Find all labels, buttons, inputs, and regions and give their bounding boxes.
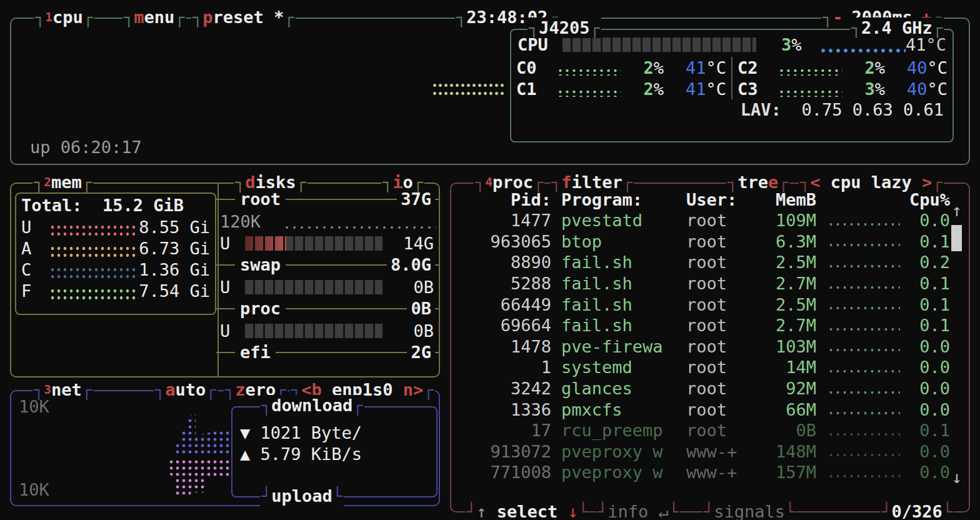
process-row[interactable]: 771008 pveproxy w www-+ 157M 0.0 <box>451 462 969 483</box>
process-row[interactable]: 913072 pveproxy w www-+ 148M 0.0 <box>451 441 969 462</box>
process-pid: 5288 <box>459 273 551 294</box>
io-toggle[interactable]: ┐io┌ <box>381 172 424 192</box>
menu-button[interactable]: ┐menu┌ <box>122 7 186 28</box>
border-hook: └ <box>785 501 795 520</box>
process-cpu: 0.2 <box>904 252 950 272</box>
process-cpu-graph <box>816 318 904 333</box>
disk-used-fill <box>245 236 286 251</box>
border-hook: ┐ <box>800 172 810 192</box>
process-pid: 17 <box>459 420 551 441</box>
tab-proc[interactable]: ┐4proc┌ <box>474 172 544 192</box>
mem-row-key: U <box>21 217 49 238</box>
core-usage-graph <box>778 88 842 97</box>
select-up-icon[interactable]: ↑ <box>476 501 486 520</box>
proc-title: proc <box>492 172 533 192</box>
process-name: pveproxy w <box>551 441 686 462</box>
process-row[interactable]: 8890 fail.sh root 2.5M 0.2 <box>451 252 969 273</box>
cpu-cores-left-column: C0 2% 41°C C1 2% 41°C <box>511 57 731 99</box>
mem-total-label: Total: <box>21 196 82 215</box>
core-usage-graph <box>556 67 621 76</box>
process-row[interactable]: 963065 btop root 6.3M 0.1 <box>451 231 969 252</box>
sort-next-button[interactable]: > <box>922 172 932 192</box>
menu-hotkey: m <box>134 7 144 28</box>
mem-row-value: 8.55 Gi <box>139 217 210 238</box>
filter-label: ilter <box>572 172 622 192</box>
process-row[interactable]: 66449 fail.sh root 2.5M 0.1 <box>451 294 969 315</box>
process-pid: 771008 <box>459 462 551 482</box>
process-pid: 1336 <box>459 399 551 420</box>
process-row[interactable]: 69664 fail.sh root 2.7M 0.1 <box>451 315 969 336</box>
process-row[interactable]: 3242 glances root 92M 0.0 <box>451 378 969 399</box>
core-temp: 40°C <box>885 79 948 99</box>
process-row[interactable]: 1477 pvestatd root 109M 0.0 <box>451 210 969 231</box>
process-row[interactable]: 1478 pve-firewa root 103M 0.0 <box>451 336 969 358</box>
interval-decrease-button[interactable]: - <box>832 7 851 28</box>
net-stats-subpanel: ┐download┌ ▼ 1021 Byte/ ▲ 5.79 KiB/s ┘up… <box>231 406 438 498</box>
process-user: root <box>686 210 756 231</box>
net-auto-button[interactable]: ┐auto┌ <box>154 379 218 400</box>
disk-used-row: U 0B <box>220 276 436 298</box>
process-cpu: 0.0 <box>904 336 950 357</box>
process-row[interactable]: 17 rcu_preemp root 0B 0.1 <box>451 420 969 441</box>
tab-net[interactable]: ┐3net┌ <box>32 379 93 400</box>
border-hook: ┌ <box>932 172 942 192</box>
process-mem: 109M <box>756 210 816 231</box>
process-row[interactable]: 1336 pmxcfs root 66M 0.0 <box>451 399 969 420</box>
mem-row-graph <box>49 244 139 258</box>
preset-button[interactable]: ┐preset *┌ <box>191 7 296 28</box>
border-hook: ┘ <box>598 501 608 520</box>
disk-used-label: U <box>220 277 245 298</box>
border-hook: ┐ <box>34 379 44 400</box>
border-hook: ┌ <box>82 379 92 400</box>
upload-label: upload <box>271 486 332 506</box>
border-hook: ┌ <box>590 18 600 38</box>
disk-used-meter <box>245 236 382 251</box>
disk-used-label: U <box>220 233 245 254</box>
tree-button[interactable]: ┐tree┌ <box>726 172 790 192</box>
sort-prev-button[interactable]: < <box>810 172 820 192</box>
mem-hotkey: 2 <box>44 172 51 192</box>
border-hook: ┌ <box>778 172 788 192</box>
process-row[interactable]: 5288 fail.sh root 2.7M 0.1 <box>451 273 969 294</box>
tree-label: tre <box>738 172 768 192</box>
tab-cpu[interactable]: ┐1cpu┌ <box>34 7 94 28</box>
disk-io-graph <box>282 224 436 229</box>
border-hook: └ <box>669 501 679 520</box>
border-hook: ┐ <box>34 172 44 192</box>
process-cpu-graph <box>816 423 904 438</box>
memory-panel: ┐2mem┌ ┐disks┌ ┐io┌ Total: 15.2 GiB U 8.… <box>10 182 440 378</box>
process-user: root <box>686 294 756 315</box>
border-hook: ┌ <box>206 379 216 400</box>
process-cpu-graph <box>816 255 904 270</box>
tab-mem[interactable]: ┐2mem┌ <box>32 172 93 192</box>
border-hook: ┐ <box>261 395 271 416</box>
disks-toggle[interactable]: ┐disks┌ <box>234 172 308 192</box>
scroll-up-icon[interactable]: ↑ <box>949 200 965 221</box>
iface-next-button[interactable]: n> <box>403 379 424 400</box>
cpu-panel: ┐1cpu┌ ┐menu┌ ┐preset *┌ ┐23:48:02┌ ┐ - … <box>10 18 970 165</box>
scrollbar-thumb[interactable] <box>951 225 962 251</box>
process-name: glances <box>551 378 686 399</box>
select-down-icon[interactable]: ↓ <box>568 501 578 520</box>
mem-stats-subpanel: Total: 15.2 GiB U 8.55 Gi A 6.73 Gi C 1.… <box>15 192 216 315</box>
filter-hotkey: f <box>561 172 571 192</box>
filter-button[interactable]: ┐filter┌ <box>550 172 634 192</box>
mem-row-value: 7.54 Gi <box>139 281 210 301</box>
mem-total-value: 15.2 GiB <box>92 196 184 215</box>
info-button[interactable]: ┘info ↵└ <box>596 501 680 520</box>
process-pid: 3242 <box>459 378 551 399</box>
process-mem: 66M <box>756 399 816 420</box>
selection-count: ┘0/326└ <box>880 501 954 520</box>
process-row[interactable]: 1 systemd root 14M 0.0 <box>451 357 969 378</box>
signals-button[interactable]: ┘signals└ <box>702 501 796 520</box>
process-cpu: 0.0 <box>904 378 950 399</box>
process-name: rcu_preemp <box>551 420 686 441</box>
process-cpu: 0.1 <box>904 420 950 441</box>
process-panel: ┐4proc┌ ┐filter┌ ┐tree┌ ┐ < cpu lazy > ┌… <box>450 182 970 512</box>
select-control[interactable]: ┘ ↑ select ↓ └ <box>465 501 589 520</box>
mem-disks-divider <box>218 182 219 378</box>
scroll-down-icon[interactable]: ↓ <box>949 467 965 488</box>
process-cpu: 0.1 <box>904 273 950 294</box>
border-hook: ┐ <box>551 172 561 192</box>
mem-row-key: A <box>21 238 49 259</box>
